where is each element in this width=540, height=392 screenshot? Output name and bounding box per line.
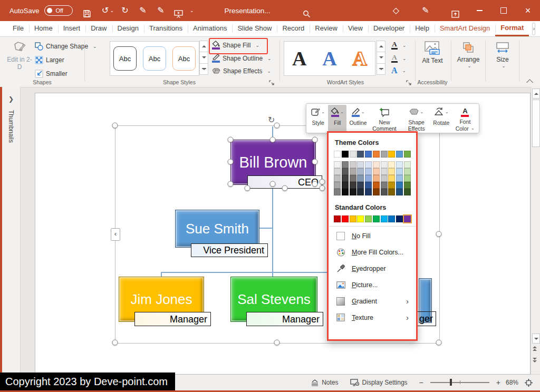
color-swatch[interactable] <box>365 189 372 195</box>
color-swatch[interactable] <box>396 215 403 222</box>
premium-diamond-icon[interactable]: ◇ <box>389 0 403 21</box>
tab-help[interactable]: Help <box>410 21 435 36</box>
color-swatch[interactable] <box>365 151 372 158</box>
color-swatch[interactable] <box>381 151 388 158</box>
gallery-more-icon[interactable] <box>199 63 208 75</box>
selection-handle[interactable] <box>228 159 234 165</box>
change-shape-button[interactable]: Change Shape <box>35 42 97 51</box>
color-swatch[interactable] <box>396 182 403 189</box>
alt-text-button[interactable]: Alt Text <box>419 41 446 64</box>
selection-handle[interactable] <box>274 340 280 346</box>
tab-transitions[interactable]: Transitions <box>144 21 188 36</box>
color-swatch[interactable] <box>404 151 411 158</box>
draw-pen-icon[interactable]: ✎ <box>154 0 168 21</box>
search-icon[interactable] <box>300 3 314 18</box>
color-swatch[interactable] <box>404 182 411 189</box>
mini-outline-button[interactable]: ⌄ Outline <box>346 105 370 132</box>
color-swatch[interactable] <box>350 168 356 175</box>
color-swatch[interactable] <box>365 215 372 222</box>
wordart-sample-blue[interactable]: A <box>322 47 336 70</box>
color-swatch[interactable] <box>388 151 395 158</box>
color-swatch[interactable] <box>350 151 356 158</box>
zoom-slider-thumb[interactable] <box>450 379 452 386</box>
color-swatch[interactable] <box>350 215 356 222</box>
selection-handle[interactable] <box>312 159 318 165</box>
color-swatch[interactable] <box>388 175 395 182</box>
collapse-ribbon-icon[interactable] <box>526 79 533 86</box>
shape-outline-button[interactable]: Shape Outline <box>212 54 272 63</box>
org-role-vp[interactable]: Vice President <box>191 243 268 257</box>
menu-item-more-fill-colors[interactable]: More Fill Colors... <box>334 244 411 260</box>
selection-handle[interactable] <box>112 340 118 346</box>
color-swatch[interactable] <box>357 175 364 182</box>
color-swatch[interactable] <box>350 189 356 195</box>
color-swatch[interactable] <box>396 151 403 158</box>
shape-style-sample-1[interactable]: Abc <box>113 46 137 71</box>
slideshow-icon[interactable] <box>172 3 186 18</box>
ink-pen-icon[interactable]: ✎ <box>136 0 150 21</box>
tab-home[interactable]: Home <box>29 21 58 36</box>
display-settings-button[interactable]: Display Settings <box>350 379 408 386</box>
color-swatch[interactable] <box>365 175 372 182</box>
color-swatch[interactable] <box>334 161 341 168</box>
vertical-scrollbar[interactable] <box>531 87 540 374</box>
smartart-text-pane-toggle[interactable]: ‹ <box>111 228 120 241</box>
color-swatch[interactable] <box>342 189 349 195</box>
close-button[interactable]: × <box>516 0 540 21</box>
color-swatch[interactable] <box>357 215 364 222</box>
selection-handle[interactable] <box>228 137 234 143</box>
tab-developer[interactable]: Developer <box>368 21 410 36</box>
tab-file[interactable]: File <box>7 21 29 36</box>
color-swatch[interactable] <box>381 175 388 182</box>
gallery-up-icon[interactable] <box>377 41 385 52</box>
color-swatch[interactable] <box>334 189 341 195</box>
gallery-down-icon[interactable] <box>199 52 208 63</box>
maximize-button[interactable] <box>491 0 516 21</box>
color-swatch[interactable] <box>396 168 403 175</box>
color-swatch[interactable] <box>334 151 341 158</box>
wordart-sample-black[interactable]: A <box>292 47 306 70</box>
color-swatch[interactable] <box>350 175 356 182</box>
color-swatch[interactable] <box>334 182 341 189</box>
next-slide-icon[interactable] <box>533 358 537 362</box>
color-swatch[interactable] <box>342 161 349 168</box>
color-swatch[interactable] <box>381 182 388 189</box>
color-swatch[interactable] <box>357 151 364 158</box>
tab-design[interactable]: Design <box>112 21 144 36</box>
autosave-toggle[interactable]: Off <box>44 5 73 16</box>
color-swatch[interactable] <box>342 168 349 175</box>
tab-smartart-design[interactable]: SmartArt Design <box>435 21 495 36</box>
color-swatch[interactable] <box>365 161 372 168</box>
redo-icon[interactable]: ↻ <box>118 0 132 21</box>
mini-new-comment-button[interactable]: New Comment <box>370 105 399 132</box>
color-swatch[interactable] <box>404 161 411 168</box>
color-swatch[interactable] <box>396 175 403 182</box>
shape-effects-button[interactable]: Shape Effects <box>212 67 271 75</box>
zoom-slider[interactable] <box>430 382 489 383</box>
shape-style-sample-3[interactable]: Abc <box>172 46 196 71</box>
tab-slide-show[interactable]: Slide Show <box>232 21 277 36</box>
color-swatch[interactable] <box>388 161 395 168</box>
selection-handle[interactable] <box>320 179 325 185</box>
scroll-down-icon[interactable] <box>532 334 540 344</box>
color-swatch[interactable] <box>342 215 349 222</box>
color-swatch[interactable] <box>404 189 411 195</box>
color-swatch[interactable] <box>388 182 395 189</box>
shape-styles-gallery[interactable]: Abc Abc Abc <box>110 41 199 76</box>
mini-style-button[interactable]: ⌄ Style <box>308 105 328 132</box>
color-swatch[interactable] <box>365 182 372 189</box>
edit-in-2d-button[interactable]: Edit in 2-D <box>6 40 33 71</box>
undo-chevron-icon[interactable]: ⌄ <box>110 8 114 13</box>
tab-draw[interactable]: Draw <box>85 21 112 36</box>
fit-slide-button[interactable] <box>525 379 533 387</box>
mini-rotate-button[interactable]: ⌄ Rotate <box>430 105 453 132</box>
scrollbar-thumb[interactable] <box>532 100 540 147</box>
color-swatch[interactable] <box>342 175 349 182</box>
selection-handle[interactable] <box>270 137 276 143</box>
org-role-manager-2[interactable]: Manager <box>246 312 323 326</box>
selection-handle[interactable] <box>312 137 318 143</box>
mini-shape-effects-button[interactable]: ⌄ Shape Effects <box>403 105 430 132</box>
text-outline-button[interactable]: A <box>391 54 407 63</box>
color-swatch[interactable] <box>396 189 403 195</box>
wordart-gallery-scroll[interactable] <box>377 41 385 75</box>
